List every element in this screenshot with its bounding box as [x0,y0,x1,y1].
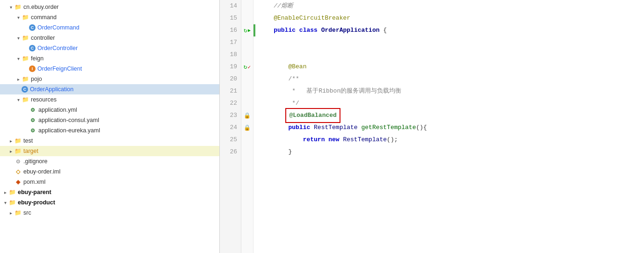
code-line-24: public RestTemplate getRestTemplate(){ [259,122,644,134]
arrow-icon [7,138,14,144]
tree-item-OrderFeignClient[interactable]: OrderFeignClient [0,64,219,74]
play-icon[interactable]: ▶ [248,28,251,33]
code-text-24: public RestTemplate getRestTemplate(){ [259,122,427,134]
tree-item-OrderCommand[interactable]: OrderCommand [0,22,219,33]
tree-item-OrderController[interactable]: OrderController [0,43,219,53]
interface-icon [29,65,36,72]
folder-icon [22,75,29,83]
folder-icon [8,188,16,196]
code-line-21: * 基于Ribbon的服务调用与负载均衡 [259,85,644,97]
gutter-14 [241,0,253,12]
tree-item-ebuy-product[interactable]: ebuy-product [0,197,219,208]
tree-item-ebuy-parent[interactable]: ebuy-parent [0,187,219,197]
tree-item-ebuy-order-iml[interactable]: ebuy-order.iml [0,166,219,177]
line-num-25: 25 [224,134,237,146]
yaml-icon [29,106,36,114]
yaml-icon [29,127,36,134]
tree-label: OrderApplication [30,86,73,93]
pom-icon [14,178,22,186]
tree-item-target[interactable]: 📁 target [0,146,219,156]
code-content: //熔断 @EnableCircuitBreaker public class … [255,0,644,253]
folder-icon [14,209,22,217]
tree-label: src [23,210,31,216]
tree-label: OrderController [37,45,78,51]
code-text-25: return new RestTemplate(); [259,134,398,146]
code-text-26: } [259,146,292,158]
line-num-14: 14 [224,0,237,12]
line-num-16: 16 [224,24,237,36]
code-line-20: /** [259,73,644,85]
arrow-icon [15,56,22,61]
class-icon [22,86,28,93]
folder-icon [22,96,29,103]
gutter-17 [241,36,253,49]
code-text-23: @LoadBalanced [259,108,340,123]
tree-label: ebuy-parent [18,189,51,195]
tree-label: pom.xml [23,179,45,185]
arrow-icon [7,5,14,10]
tree-label: OrderFeignClient [37,65,82,72]
arrow-icon [7,149,14,154]
code-text-21: * 基于Ribbon的服务调用与负载均衡 [259,85,401,97]
gutter-23: 🔒 [241,109,253,122]
code-text-15: @EnableCircuitBreaker [259,12,350,24]
tree-label: .gitignore [23,158,47,165]
code-line-26: } [259,146,644,158]
recycle-icon-2[interactable]: ↻ [244,63,247,71]
tree-item-application-yml[interactable]: application.yml [0,105,219,115]
tree-item-pom-xml[interactable]: pom.xml [0,177,219,187]
code-text-19: @Bean [259,61,306,73]
line-num-18: 18 [224,49,237,61]
tree-label: controller [31,35,55,41]
line-num-21: 21 [224,85,237,97]
gutter-16[interactable]: ↻ ▶ [241,24,253,36]
recycle-icon[interactable]: ↻ [244,27,247,34]
tree-item-controller[interactable]: controller [0,33,219,43]
tree-label: application-eureka.yaml [38,127,100,134]
tree-label: ebuy-product [18,199,55,206]
code-editor: 14 15 16 17 18 19 20 21 22 23 24 25 26 ↻… [220,0,644,253]
folder-icon [8,199,16,206]
code-line-23: @LoadBalanced [259,109,644,122]
gutter-22 [241,97,253,109]
tree-label: OrderCommand [37,24,80,31]
line-num-26: 26 [224,146,237,158]
tree-label: application.yml [38,107,77,113]
folder-icon [14,3,22,11]
gutter-20 [241,73,253,85]
lock-icon-2: 🔒 [244,124,251,131]
check-icon[interactable]: ✓ [248,64,251,70]
tree-item-application-eureka[interactable]: application-eureka.yaml [0,125,219,136]
yaml-icon [29,116,36,124]
file-tree: cn.ebuy.order command OrderCommand contr… [0,0,220,253]
tree-item-application-consul[interactable]: application-consul.yaml [0,115,219,125]
tree-item-resources[interactable]: resources [0,94,219,105]
tree-item-cn-ebuy-order[interactable]: cn.ebuy.order [0,2,219,12]
code-text-16: public class OrderApplication { [259,24,387,36]
line-numbers: 14 15 16 17 18 19 20 21 22 23 24 25 26 [220,0,241,253]
class-icon [29,45,36,51]
tree-item-test[interactable]: test [0,136,219,146]
gutter-19[interactable]: ↻ ✓ [241,61,253,73]
tree-item-OrderApplication[interactable]: OrderApplication [0,84,219,94]
iml-icon [14,168,22,175]
tree-item-src[interactable]: src [0,208,219,218]
gutter-21 [241,85,253,97]
tree-item-gitignore[interactable]: .gitignore [0,156,219,166]
tree-item-pojo[interactable]: pojo [0,74,219,84]
folder-icon [14,137,22,145]
gutter-area: ↻ ▶ ↻ ✓ 🔒 🔒 [241,0,253,253]
code-line-18 [259,49,644,61]
tree-item-feign[interactable]: feign [0,53,219,64]
tree-item-command[interactable]: command [0,12,219,22]
tree-label: target [23,148,38,154]
lock-icon: 🔒 [244,112,251,119]
code-line-16: public class OrderApplication { [259,24,644,36]
folder-icon [22,55,29,62]
arrow-icon [2,200,8,205]
tree-label: pojo [31,76,42,82]
code-area[interactable]: 14 15 16 17 18 19 20 21 22 23 24 25 26 ↻… [220,0,644,253]
arrow-icon [15,36,22,41]
tree-label: resources [31,96,57,103]
code-line-14: //熔断 [259,0,644,12]
